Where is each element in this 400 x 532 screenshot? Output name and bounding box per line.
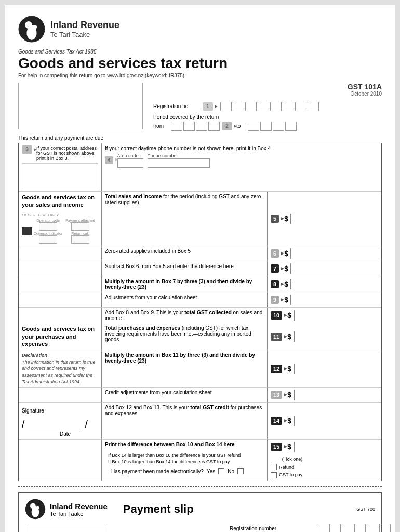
slip-reg-3[interactable]: [342, 524, 353, 532]
area-code-input[interactable]: [117, 158, 143, 168]
phone-number-label: Phone number: [148, 153, 210, 158]
box15-badge: 15: [271, 443, 282, 451]
reg-cell-6[interactable]: [283, 102, 294, 111]
reg-cell-8[interactable]: [308, 102, 319, 111]
from-cell-1[interactable]: [171, 122, 182, 131]
tick-line1: If Box 14 is larger than Box 10 the diff…: [108, 453, 261, 458]
dollar13: $: [287, 391, 291, 399]
row15-text: Print the difference between Box 10 and …: [105, 442, 264, 447]
reg-cell-7[interactable]: [295, 102, 306, 111]
slip-reg-6[interactable]: [379, 524, 391, 532]
row-14: Signature / / Date Add Box 12 and Box 13…: [19, 403, 381, 440]
reg-input-cells: [220, 102, 319, 111]
goods-sales-heading: Goods and services tax on your sales and…: [22, 194, 98, 209]
office-box-group: Operator code Corresp. indicator: [34, 219, 62, 244]
act-name: Goods and Services Tax Act 1985: [18, 49, 382, 55]
row14-label: Add Box 12 and Box 13. This is your tota…: [102, 403, 267, 439]
slip-left: This return and any payment are due: [25, 524, 230, 532]
row10-left: [19, 308, 102, 323]
row-5: Goods and services tax on your sales and…: [19, 192, 381, 247]
row13-input: 13 $: [267, 388, 381, 402]
dollar6: $: [284, 249, 288, 258]
help-text: For help in competing this return go to …: [18, 73, 382, 78]
slip-reg-5[interactable]: [367, 524, 378, 532]
to-cells: [248, 122, 297, 131]
slip-address-box: [25, 524, 108, 532]
box13-input[interactable]: [294, 390, 295, 400]
box10-badge: 10: [271, 311, 282, 320]
slip-logo: [25, 499, 46, 520]
row11-input: 11 $: [267, 323, 381, 350]
dollar12: $: [287, 365, 291, 373]
row13-left: [19, 388, 102, 402]
org-name: Inland Revenue: [50, 20, 119, 31]
no-tick-box[interactable]: [237, 468, 244, 474]
from-cells: [171, 122, 220, 131]
reg-cell-1[interactable]: [220, 102, 232, 111]
row14-text: Add Box 12 and Box 13. This is your tota…: [105, 405, 262, 416]
return-cat-input[interactable]: [71, 235, 89, 244]
row-12: Declaration The information in this retu…: [19, 350, 381, 388]
box2-badge: 2: [222, 122, 232, 130]
row10-label: Add Box 8 and Box 9. This is your total …: [102, 308, 267, 323]
corresp-indicator-input[interactable]: [39, 235, 57, 244]
reg-cell-2[interactable]: [233, 102, 244, 111]
slip-reg-1[interactable]: [317, 524, 328, 532]
signature-input[interactable]: [29, 419, 81, 429]
row12-input: 12 $: [267, 350, 381, 387]
to-cell-2[interactable]: [260, 122, 272, 131]
from-cell-4[interactable]: [208, 122, 220, 131]
slip-reg-2[interactable]: [329, 524, 341, 532]
payment-question: Has payment been made electronically?: [111, 469, 204, 474]
yes-tick-box[interactable]: [218, 468, 224, 474]
form-id: GST 101A: [153, 83, 382, 91]
to-cell-4[interactable]: [285, 122, 297, 131]
reg-cell-5[interactable]: [270, 102, 282, 111]
box15-field: 15 $: [271, 442, 295, 452]
gst-to-pay-label: GST to pay: [279, 472, 302, 478]
box8-input[interactable]: [290, 279, 291, 289]
slip-form-id: GST 700: [194, 507, 375, 512]
row14-input: 14 $: [267, 403, 381, 439]
from-cell-3[interactable]: [196, 122, 207, 131]
to-label: to: [236, 123, 241, 129]
slip-org-maori: Te Tari Taake: [50, 511, 108, 517]
phone-number-group: Phone number: [148, 153, 210, 168]
dollar8: $: [284, 280, 288, 288]
row8-input: 8 $: [267, 276, 381, 292]
row6-label: Zero-rated supplies included in Box 5: [102, 246, 267, 261]
row15-left: [19, 440, 102, 481]
box10-input[interactable]: [294, 310, 295, 321]
to-cell-1[interactable]: [248, 122, 259, 131]
operator-code-input[interactable]: [39, 222, 57, 231]
logo-text: Inland Revenue Te Tari Taake: [50, 20, 119, 38]
slip-reg-4[interactable]: [354, 524, 366, 532]
slip-reg-label: Registration number: [230, 526, 313, 531]
box6-input[interactable]: [290, 248, 291, 259]
row-9: Adjustments from your calculation sheet …: [19, 292, 381, 308]
gst-to-pay-tick-box[interactable]: [271, 472, 277, 478]
box7-input[interactable]: [290, 263, 291, 274]
reg-cell-3[interactable]: [245, 102, 257, 111]
reg-cell-4[interactable]: [258, 102, 269, 111]
top-area: GST 101A October 2010 Registration no. 1: [18, 83, 382, 131]
slip-right: Registration number Return for the perio…: [230, 524, 375, 532]
box9-input[interactable]: [290, 295, 291, 305]
to-cell-3[interactable]: [273, 122, 284, 131]
row14-left: Signature / / Date: [19, 403, 102, 439]
payment-attached-input[interactable]: [71, 222, 89, 231]
box14-input[interactable]: [294, 416, 295, 426]
phone-number-input[interactable]: [148, 158, 210, 168]
from-cell-2[interactable]: [183, 122, 195, 131]
cutline: [18, 486, 382, 487]
box14-field: 14 $: [271, 416, 295, 426]
slip-body: This return and any payment are due Regi…: [25, 524, 375, 532]
box12-input[interactable]: [294, 364, 295, 374]
row12-left: Declaration The information in this retu…: [19, 350, 102, 387]
box15-input[interactable]: [294, 442, 295, 452]
box5-input[interactable]: [290, 214, 291, 224]
address-input[interactable]: [22, 163, 98, 189]
box11-input[interactable]: [294, 331, 295, 342]
refund-tick-box[interactable]: [271, 464, 277, 470]
address-label: If your correct postal address for GST i…: [36, 145, 98, 161]
